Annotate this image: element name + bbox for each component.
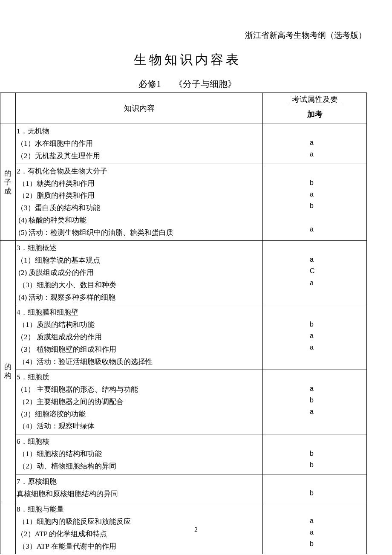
table-row: 5．细胞质（1） 主要细胞器的形态、结构与功能 （2）主要细胞器之间的协调配合（…	[0, 370, 367, 434]
content: 生物知识内容表 必修1《分子与细胞》 知识内容 考试属性及要 加考	[0, 51, 375, 554]
syllabus-table: 知识内容 考试属性及要 加考 的子成1．无机物（1）水在细胞中的作用（2）无机盐…	[0, 92, 367, 554]
table-row: 4．细胞膜和细胞壁 （1）质膜的结构和功能（2） 质膜组成成分的作用（3） 植物…	[0, 305, 367, 370]
content-cell: 7．原核细胞真核细胞和原核细胞结构的异同	[16, 474, 263, 502]
table-row: 7．原核细胞真核细胞和原核细胞结构的异同 b	[0, 474, 367, 502]
header-exam-attr: 考试属性及要	[263, 93, 367, 107]
content-cell: 2．有机化合物及生物大分子 （1）糖类的种类和作用 （2）脂质的种类和作用（3）…	[16, 164, 263, 240]
exam-cell: bb	[263, 434, 367, 474]
exam-cell: aCa	[263, 241, 367, 305]
table-row: 的构3．细胞概述（1）细胞学说的基本观点 (2) 质膜组成成分的作用 （3）细胞…	[0, 241, 367, 305]
table-row: 的子成1．无机物（1）水在细胞中的作用（2）无机盐及其生理作用 aa	[0, 124, 367, 164]
content-cell: 1．无机物（1）水在细胞中的作用（2）无机盐及其生理作用	[16, 124, 263, 164]
content-cell: 5．细胞质（1） 主要细胞器的形态、结构与功能 （2）主要细胞器之间的协调配合（…	[16, 370, 263, 434]
header-module	[0, 93, 16, 124]
exam-cell: bab a	[263, 164, 367, 240]
table-row: 2．有机化合物及生物大分子 （1）糖类的种类和作用 （2）脂质的种类和作用（3）…	[0, 164, 367, 240]
doc-header: 浙江省新高考生物考纲（选考版）	[245, 30, 366, 41]
page-title: 生物知识内容表	[0, 51, 375, 69]
header-exam-sub: 加考	[263, 107, 367, 124]
subtitle-right: 《分子与细胞》	[174, 79, 236, 89]
content-cell: 6．细胞核 （1）细胞核的结构和功能 （2）动、植物细胞结构的异同	[16, 434, 263, 474]
exam-cell: aba	[263, 370, 367, 434]
content-cell: 4．细胞膜和细胞壁 （1）质膜的结构和功能（2） 质膜组成成分的作用（3） 植物…	[16, 305, 263, 370]
page-subtitle: 必修1《分子与细胞》	[0, 78, 375, 90]
exam-cell: aa	[263, 124, 367, 164]
exam-cell: b	[263, 474, 367, 502]
header-content: 知识内容	[16, 93, 263, 124]
table-header-row: 知识内容 考试属性及要	[0, 93, 367, 107]
content-cell: 3．细胞概述（1）细胞学说的基本观点 (2) 质膜组成成分的作用 （3）细胞的大…	[16, 241, 263, 305]
subtitle-left: 必修1	[138, 79, 161, 89]
module-cell: 的子成	[0, 124, 16, 241]
module-cell: 的构	[0, 241, 16, 502]
page: 浙江省新高考生物考纲（选考版） 生物知识内容表 必修1《分子与细胞》 知识内容 …	[0, 0, 392, 555]
table-row: 6．细胞核 （1）细胞核的结构和功能 （2）动、植物细胞结构的异同 bb	[0, 434, 367, 474]
page-number: 2	[0, 526, 392, 534]
exam-cell: baa	[263, 305, 367, 370]
